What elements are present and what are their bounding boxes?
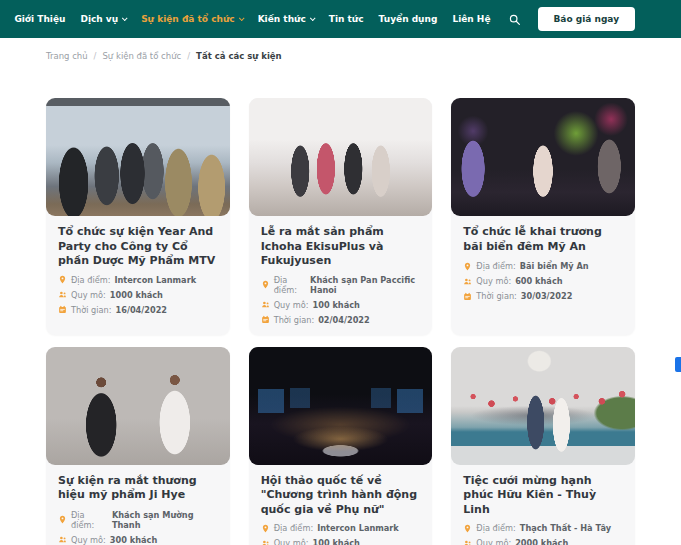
capacity-value: 100 khách bbox=[312, 300, 359, 310]
location-value: Thạch Thất - Hà Tây bbox=[520, 523, 611, 533]
nav-item-dich-vu[interactable]: Dịch vụ bbox=[80, 14, 126, 24]
nav-item-kien-thuc[interactable]: Kiến thức bbox=[258, 14, 314, 24]
event-title[interactable]: Tiệc cưới mừng hạnh phúc Hữu Kiên - Thuỳ… bbox=[463, 474, 623, 518]
event-card[interactable]: Hội thảo quốc tế về "Chương trình hành đ… bbox=[249, 347, 433, 545]
event-card-body: Tiệc cưới mừng hạnh phúc Hữu Kiên - Thuỳ… bbox=[451, 465, 635, 545]
location-value: Intercon Lanmark bbox=[114, 275, 196, 285]
location-label: Địa điểm: bbox=[71, 510, 108, 530]
nav-item-su-kien-da-to-chuc[interactable]: Sự kiện đã tổ chức bbox=[141, 14, 243, 24]
time-value: 02/04/2022 bbox=[318, 315, 370, 325]
location-label: Địa điểm: bbox=[71, 275, 110, 285]
time-label: Thời gian: bbox=[476, 291, 517, 301]
event-card-body: Hội thảo quốc tế về "Chương trình hành đ… bbox=[249, 465, 433, 545]
nav-item-label: Kiến thức bbox=[258, 14, 306, 24]
nav-item-gioi-thieu[interactable]: Giới Thiệu bbox=[14, 14, 65, 24]
breadcrumb-separator: / bbox=[94, 51, 97, 61]
location-label: Địa điểm: bbox=[476, 261, 515, 271]
location-label: Địa điểm: bbox=[476, 523, 515, 533]
breadcrumb-item-home[interactable]: Trang chủ bbox=[46, 51, 88, 61]
event-card-body: Tổ chức lễ khai trương bãi biển đêm Mỹ A… bbox=[451, 216, 635, 311]
event-location-row: Địa điểm: Intercon Lanmark bbox=[261, 523, 421, 533]
event-image[interactable] bbox=[451, 347, 635, 465]
event-location-row: Địa điểm: Intercon Lanmark bbox=[58, 275, 218, 285]
event-card-body: Sự kiện ra mắt thương hiệu mỹ phẩm Ji Hy… bbox=[46, 465, 230, 545]
capacity-label: Quy mô: bbox=[71, 535, 106, 545]
event-card[interactable]: Tổ chức lễ khai trương bãi biển đêm Mỹ A… bbox=[451, 98, 635, 335]
chevron-down-icon bbox=[122, 15, 128, 21]
event-title[interactable]: Tổ chức sự kiện Year And Party cho Công … bbox=[58, 225, 218, 269]
capacity-value: 100 khách bbox=[312, 538, 359, 545]
event-capacity-row: Quy mô: 2000 khách bbox=[463, 538, 623, 545]
event-title[interactable]: Hội thảo quốc tế về "Chương trình hành đ… bbox=[261, 474, 421, 518]
guests-icon bbox=[58, 535, 67, 544]
event-card-grid: Tổ chức sự kiện Year And Party cho Công … bbox=[46, 98, 635, 545]
guests-icon bbox=[463, 277, 472, 286]
event-image[interactable] bbox=[451, 98, 635, 216]
location-pin-icon bbox=[463, 524, 472, 533]
search-button[interactable] bbox=[506, 13, 523, 26]
event-title[interactable]: Tổ chức lễ khai trương bãi biển đêm Mỹ A… bbox=[463, 225, 623, 255]
event-title[interactable]: Sự kiện ra mắt thương hiệu mỹ phẩm Ji Hy… bbox=[58, 474, 218, 504]
event-location-row: Địa điểm: Thạch Thất - Hà Tây bbox=[463, 523, 623, 533]
event-image[interactable] bbox=[249, 98, 433, 216]
event-time-row: Thời gian: 16/04/2022 bbox=[58, 305, 218, 315]
location-pin-icon bbox=[463, 262, 472, 271]
nav-item-tuyen-dung[interactable]: Tuyển dụng bbox=[379, 14, 438, 24]
event-card[interactable]: Sự kiện ra mắt thương hiệu mỹ phẩm Ji Hy… bbox=[46, 347, 230, 545]
nav-item-label: Tin tức bbox=[329, 14, 364, 24]
event-capacity-row: Quy mô: 100 khách bbox=[261, 538, 421, 545]
event-capacity-row: Quy mô: 1000 khách bbox=[58, 290, 218, 300]
event-capacity-row: Quy mô: 100 khách bbox=[261, 300, 421, 310]
nav-item-lien-he[interactable]: Liên Hệ bbox=[452, 14, 490, 24]
time-value: 30/03/2022 bbox=[521, 291, 573, 301]
location-label: Địa điểm: bbox=[274, 523, 313, 533]
breadcrumb-item-events[interactable]: Sự kiện đã tổ chức bbox=[102, 51, 181, 61]
capacity-value: 1000 khách bbox=[110, 290, 163, 300]
nav-item-tin-tuc[interactable]: Tin tức bbox=[329, 14, 364, 24]
nav-item-label: Tuyển dụng bbox=[379, 14, 438, 24]
event-card[interactable]: Lễ ra mắt sản phẩm Ichoha EkisuPlus và F… bbox=[249, 98, 433, 335]
breadcrumb: Trang chủ / Sự kiện đã tổ chức / Tất cả … bbox=[46, 51, 681, 61]
guests-icon bbox=[58, 290, 67, 299]
capacity-label: Quy mô: bbox=[274, 538, 309, 545]
time-label: Thời gian: bbox=[274, 315, 315, 325]
event-image[interactable] bbox=[46, 347, 230, 465]
breadcrumb-separator: / bbox=[187, 51, 190, 61]
guests-icon bbox=[261, 539, 270, 545]
event-card-body: Tổ chức sự kiện Year And Party cho Công … bbox=[46, 216, 230, 325]
event-card[interactable]: Tổ chức sự kiện Year And Party cho Công … bbox=[46, 98, 230, 335]
location-value: Khách sạn Pan Paccific Hanoi bbox=[310, 275, 420, 295]
event-card-body: Lễ ra mắt sản phẩm Ichoha EkisuPlus và F… bbox=[249, 216, 433, 335]
event-capacity-row: Quy mô: 600 khách bbox=[463, 276, 623, 286]
breadcrumb-item-current: Tất cả các sự kiện bbox=[196, 51, 282, 61]
location-label: Địa điểm: bbox=[274, 275, 306, 295]
side-scroll-widget[interactable] bbox=[675, 357, 681, 372]
location-pin-icon bbox=[261, 524, 270, 533]
guests-icon bbox=[261, 300, 270, 309]
chevron-down-icon bbox=[239, 15, 245, 21]
capacity-value: 300 khách bbox=[110, 535, 157, 545]
location-pin-icon bbox=[58, 515, 67, 524]
nav-item-label: Liên Hệ bbox=[452, 14, 490, 24]
event-card[interactable]: Tiệc cưới mừng hạnh phúc Hữu Kiên - Thuỳ… bbox=[451, 347, 635, 545]
nav-item-label: Dịch vụ bbox=[80, 14, 118, 24]
event-image[interactable] bbox=[249, 347, 433, 465]
calendar-icon bbox=[58, 305, 67, 314]
chevron-down-icon bbox=[310, 15, 316, 21]
location-pin-icon bbox=[261, 280, 270, 289]
event-location-row: Địa điểm: Khách sạn Pan Paccific Hanoi bbox=[261, 275, 421, 295]
top-navbar: Trang chủ Giới Thiệu Dịch vụ Sự kiện đã … bbox=[0, 0, 681, 38]
event-location-row: Địa điểm: Bãi biển Mỹ An bbox=[463, 261, 623, 271]
event-image[interactable] bbox=[46, 98, 230, 216]
time-value: 16/04/2022 bbox=[116, 305, 168, 315]
nav-item-label: Giới Thiệu bbox=[14, 14, 65, 24]
event-time-row: Thời gian: 02/04/2022 bbox=[261, 315, 421, 325]
capacity-value: 2000 khách bbox=[515, 538, 568, 545]
location-value: Khách sạn Mường Thanh bbox=[112, 510, 218, 530]
nav-item-label: Sự kiện đã tổ chức bbox=[141, 14, 235, 24]
capacity-label: Quy mô: bbox=[71, 290, 106, 300]
capacity-label: Quy mô: bbox=[274, 300, 309, 310]
event-title[interactable]: Lễ ra mắt sản phẩm Ichoha EkisuPlus và F… bbox=[261, 225, 421, 269]
capacity-label: Quy mô: bbox=[476, 276, 511, 286]
quote-cta-button[interactable]: Báo giá ngay bbox=[538, 7, 636, 31]
